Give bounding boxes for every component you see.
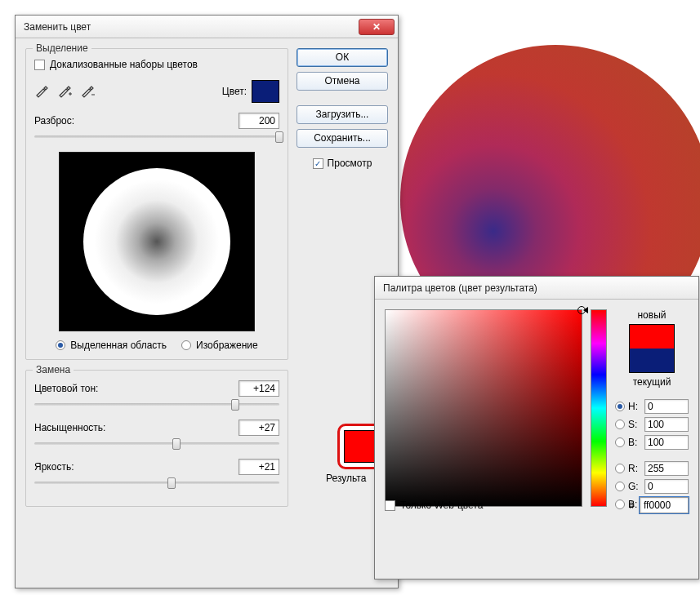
close-icon: ✕: [372, 21, 381, 33]
fuzziness-input[interactable]: 200: [239, 113, 279, 129]
eyedropper-icon[interactable]: [34, 83, 49, 98]
label-b: B:: [628, 437, 641, 448]
web-only-checkbox[interactable]: [385, 500, 395, 511]
web-only-label: Только Web-цвета: [400, 500, 483, 511]
radio-g[interactable]: [615, 482, 625, 491]
radio-image[interactable]: [181, 340, 191, 350]
selection-legend: Выделение: [33, 42, 91, 54]
ok-button[interactable]: ОК: [296, 48, 388, 67]
current-label: текущий: [615, 376, 689, 388]
input-h[interactable]: 0: [644, 399, 689, 414]
slider-track: [34, 135, 279, 138]
hex-input[interactable]: ff0000: [640, 497, 689, 513]
label-g: G:: [628, 481, 641, 492]
slider-thumb[interactable]: [275, 131, 283, 143]
preview-mask: [83, 168, 230, 315]
label-h: H:: [628, 401, 641, 412]
saturation-slider[interactable]: [34, 437, 279, 451]
preview-label: Просмотр: [328, 158, 372, 169]
input-r[interactable]: 255: [644, 461, 689, 476]
new-current-swatch[interactable]: [629, 324, 675, 373]
radio-h[interactable]: [615, 402, 625, 411]
eyedropper-plus-icon[interactable]: [57, 83, 72, 98]
dialog-title: Палитра цветов (цвет результата): [383, 282, 537, 294]
current-color-swatch: [630, 349, 674, 372]
slider-thumb[interactable]: [231, 399, 239, 411]
radio-r[interactable]: [615, 464, 625, 473]
radio-b[interactable]: [615, 437, 625, 447]
input-b[interactable]: 100: [644, 435, 689, 450]
selection-color-swatch[interactable]: [252, 80, 279, 103]
slider-thumb[interactable]: [172, 438, 181, 450]
titlebar[interactable]: Заменить цвет ✕: [16, 16, 398, 38]
slider-thumb[interactable]: [167, 477, 176, 489]
new-label: новый: [615, 309, 689, 321]
hue-label: Цветовой тон:: [34, 383, 98, 394]
radio-s[interactable]: [615, 420, 625, 429]
saturation-value-field[interactable]: [385, 309, 582, 507]
saturation-input[interactable]: +27: [239, 420, 279, 436]
new-color-swatch: [630, 325, 674, 349]
hue-strip[interactable]: [591, 309, 607, 507]
close-button[interactable]: ✕: [359, 19, 395, 35]
replace-color-dialog: Заменить цвет ✕ Выделение Докализованные…: [15, 15, 399, 588]
eyedropper-minus-icon[interactable]: [80, 83, 95, 98]
input-g[interactable]: 0: [644, 479, 689, 494]
fuzziness-label: Разброс:: [34, 115, 74, 127]
selection-preview: [59, 152, 255, 331]
lightness-slider[interactable]: [34, 477, 279, 490]
dialog-title: Заменить цвет: [24, 21, 91, 33]
lightness-label: Яркость:: [34, 461, 74, 473]
saturation-label: Насыщенность:: [34, 422, 105, 433]
hex-label: #: [629, 500, 635, 511]
radio-image-label: Изображение: [196, 340, 258, 351]
localized-label: Докализованные наборы цветов: [50, 59, 198, 70]
sv-arrow-icon: [583, 307, 588, 313]
label-s: S:: [628, 419, 641, 430]
cancel-button[interactable]: Отмена: [296, 72, 388, 91]
color-label: Цвет:: [222, 86, 247, 97]
fuzziness-slider[interactable]: [34, 131, 279, 144]
selection-group: Выделение Докализованные наборы цветов Ц…: [25, 48, 288, 360]
preview-checkbox[interactable]: [313, 158, 323, 169]
hue-slider[interactable]: [34, 398, 279, 411]
replacement-group: Замена Цветовой тон: +124 Насыщенность: …: [25, 370, 288, 507]
load-button[interactable]: Загрузить...: [296, 105, 388, 124]
label-r: R:: [628, 463, 641, 474]
radio-selection-label: Выделенная область: [70, 340, 167, 351]
input-s[interactable]: 100: [644, 417, 689, 432]
result-label: Результа: [326, 473, 366, 484]
color-picker-dialog: Палитра цветов (цвет результата) новый т…: [374, 276, 699, 579]
replacement-legend: Замена: [33, 364, 74, 375]
lightness-input[interactable]: +21: [239, 459, 279, 475]
localized-checkbox[interactable]: [34, 60, 45, 70]
radio-selection[interactable]: [56, 340, 65, 350]
titlebar[interactable]: Палитра цветов (цвет результата): [375, 277, 698, 300]
save-button[interactable]: Сохранить...: [296, 129, 388, 148]
result-color-swatch[interactable]: [344, 430, 377, 463]
hue-input[interactable]: +124: [239, 380, 279, 397]
